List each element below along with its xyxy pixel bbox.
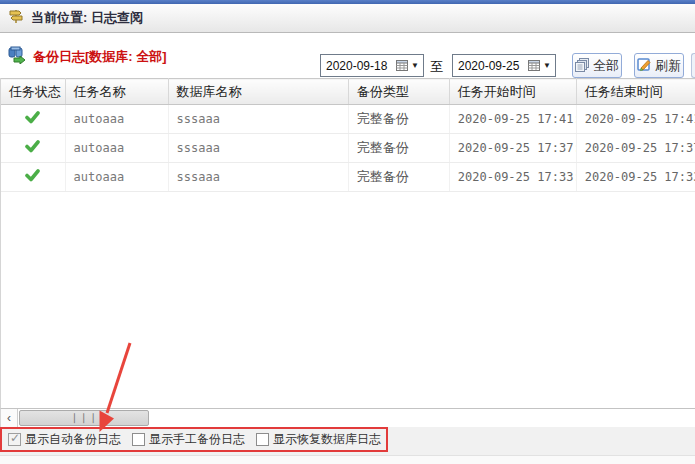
scroll-left-arrow-icon[interactable]: ‹	[1, 409, 18, 427]
refresh-button[interactable]: 刷新	[634, 53, 684, 78]
refresh-button-label: 刷新	[655, 57, 681, 75]
cell-db-name: sssaaa	[168, 105, 348, 134]
section-title-label: 备份日志[数据库: 全部]	[33, 48, 167, 66]
success-check-icon	[1, 163, 65, 192]
table-row[interactable]: autoaaa sssaaa 完整备份 2020-09-25 17:33:00 …	[1, 163, 695, 192]
log-table-container: 任务状态 任务名称 数据库名称 备份类型 任务开始时间 任务结束时间 autoa…	[0, 78, 695, 408]
cell-end-time: 2020-09-25 17:37:07	[576, 134, 695, 163]
toolbar: 备份日志[数据库: 全部] 2020-09-18 ▼ 至 2020-09-25 …	[0, 33, 695, 78]
page-title: 当前位置: 日志查阅	[31, 9, 143, 27]
log-filter-panel: 显示自动备份日志 显示手工备份日志 显示恢复数据库日志	[0, 427, 695, 455]
table-row[interactable]: autoaaa sssaaa 完整备份 2020-09-25 17:37:00 …	[1, 134, 695, 163]
cell-backup-type: 完整备份	[348, 105, 449, 134]
restore-db-log-checkbox[interactable]	[256, 433, 269, 446]
col-end-time[interactable]: 任务结束时间	[576, 79, 695, 105]
manual-backup-log-label: 显示手工备份日志	[149, 431, 245, 448]
success-check-icon	[1, 134, 65, 163]
auto-backup-log-checkbox[interactable]	[8, 433, 21, 446]
restore-db-log-filter[interactable]: 显示恢复数据库日志	[256, 431, 381, 448]
table-row[interactable]: autoaaa sssaaa 完整备份 2020-09-25 17:41:00 …	[1, 105, 695, 134]
all-button[interactable]: 全部	[572, 53, 622, 78]
cell-start-time: 2020-09-25 17:33:00	[449, 163, 576, 192]
copy-pages-icon	[575, 57, 590, 75]
col-task-name[interactable]: 任务名称	[65, 79, 168, 105]
cell-db-name: sssaaa	[168, 163, 348, 192]
cell-task-name: autoaaa	[65, 105, 168, 134]
horizontal-scrollbar[interactable]: ‹ ❘❘❘	[0, 408, 695, 427]
cell-task-name: autoaaa	[65, 134, 168, 163]
date-from-field[interactable]: 2020-09-18 ▼	[320, 54, 424, 77]
success-check-icon	[1, 105, 65, 134]
view-logs-icon	[8, 46, 27, 68]
cell-task-name: autoaaa	[65, 163, 168, 192]
restore-db-log-label: 显示恢复数据库日志	[273, 431, 381, 448]
col-start-time[interactable]: 任务开始时间	[449, 79, 576, 105]
col-db-name[interactable]: 数据库名称	[168, 79, 348, 105]
scrollbar-thumb[interactable]: ❘❘❘	[19, 410, 149, 426]
cell-backup-type: 完整备份	[348, 134, 449, 163]
auto-backup-log-filter[interactable]: 显示自动备份日志	[8, 431, 121, 448]
calendar-icon[interactable]	[528, 57, 540, 75]
cell-start-time: 2020-09-25 17:41:00	[449, 105, 576, 134]
date-range-to-label: 至	[430, 58, 443, 76]
col-task-status[interactable]: 任务状态	[1, 79, 65, 105]
cell-backup-type: 完整备份	[348, 163, 449, 192]
cell-start-time: 2020-09-25 17:37:00	[449, 134, 576, 163]
log-table: 任务状态 任务名称 数据库名称 备份类型 任务开始时间 任务结束时间 autoa…	[1, 78, 695, 192]
auto-backup-log-label: 显示自动备份日志	[25, 431, 121, 448]
signpost-icon	[8, 8, 24, 28]
clipped-button-edge	[691, 53, 695, 78]
bottom-margin	[0, 455, 695, 464]
col-backup-type[interactable]: 备份类型	[348, 79, 449, 105]
manual-backup-log-checkbox[interactable]	[132, 433, 145, 446]
highlight-red-box: 显示自动备份日志 显示手工备份日志 显示恢复数据库日志	[0, 427, 388, 452]
calendar-icon[interactable]	[396, 57, 408, 75]
chevron-down-icon[interactable]: ▼	[542, 61, 552, 70]
date-to-field[interactable]: 2020-09-25 ▼	[452, 54, 556, 77]
date-to-value: 2020-09-25	[458, 59, 528, 73]
cell-db-name: sssaaa	[168, 134, 348, 163]
location-bar: 当前位置: 日志查阅	[0, 4, 695, 33]
date-from-value: 2020-09-18	[326, 59, 396, 73]
chevron-down-icon[interactable]: ▼	[410, 61, 420, 70]
all-button-label: 全部	[593, 57, 619, 75]
cell-end-time: 2020-09-25 17:33:06	[576, 163, 695, 192]
table-header-row: 任务状态 任务名称 数据库名称 备份类型 任务开始时间 任务结束时间	[1, 79, 695, 105]
refresh-edit-icon	[637, 57, 652, 75]
section-title: 备份日志[数据库: 全部]	[8, 46, 167, 68]
cell-end-time: 2020-09-25 17:41:06	[576, 105, 695, 134]
scrollbar-grip-icon: ❘❘❘	[70, 413, 98, 423]
manual-backup-log-filter[interactable]: 显示手工备份日志	[132, 431, 245, 448]
